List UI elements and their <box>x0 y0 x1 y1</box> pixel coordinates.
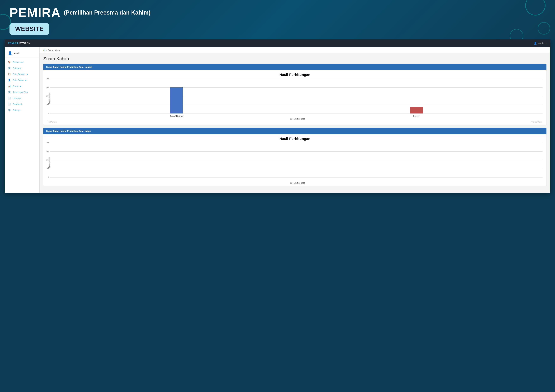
chart-1-footer-right: CanvasJS.com <box>531 121 542 123</box>
pemilih-badge: ◉ <box>27 73 28 75</box>
home-icon: 🏠 <box>8 61 11 64</box>
chart-1-header: Suara Calon Kahim Prodi Ilmu Adm. Negara <box>43 64 547 70</box>
chart-1-title: Hasil Perhitungan <box>47 73 543 77</box>
chart-2-body: Hasil Perhitungan Banyak Suara 400 <box>43 134 547 186</box>
sidebar-item-data-calon[interactable]: 👤 Data Calon ◉ <box>5 77 39 83</box>
chart-2-y-label: Banyak Suara <box>47 143 50 182</box>
sidebar-item-feedback[interactable]: 📄 Feedback <box>5 101 39 107</box>
page-header: Suara Kahim <box>40 53 550 64</box>
bar-bagas: Bagas Abimanyu <box>170 87 183 114</box>
sidebar-nav: 🏠 Dashboard ⚙️ Petugas 📋 Data Pemilih ◉ <box>5 59 39 113</box>
sidebar-user-icon: 👤 <box>8 51 12 55</box>
content-body: Suara Calon Kahim Prodi Ilmu Adm. Negara… <box>40 64 550 193</box>
page-title: Suara Kahim <box>43 56 547 61</box>
user-icon: 👤 <box>534 42 537 45</box>
bar-label-dummy: Dummy <box>413 115 419 117</box>
chart-card-1: Suara Calon Kahim Prodi Ilmu Adm. Negara… <box>43 64 547 125</box>
breadcrumb: 📊 / Suara Kahim <box>40 47 550 53</box>
sidebar-label-dashboard: Dashboard <box>13 61 23 63</box>
main-layout: 👤 admin 🏠 Dashboard ⚙️ Petugas <box>5 47 550 193</box>
sidebar-item-laporan[interactable]: 📄 Laporan <box>5 95 39 101</box>
calon-icon: 👤 <box>8 79 11 82</box>
suara-badge: ◉ <box>20 85 21 87</box>
sidebar-user: 👤 admin <box>5 49 39 58</box>
bar-label-bagas: Bagas Abimanyu <box>170 115 183 117</box>
sidebar-label-pemilih: Data Pemilih <box>13 73 25 75</box>
brand-system: SYSTEM <box>19 42 31 45</box>
brand-pemira: PEMIRA <box>8 42 19 45</box>
chart-2-x-label: Calon Kahim 2024 <box>52 182 543 184</box>
suara-icon: 📊 <box>8 85 11 88</box>
chart-1-bars: Bagas Abimanyu Dummy <box>50 79 543 114</box>
chart-1-body: Hasil Perhitungan Banyak Suara 400 <box>43 70 547 125</box>
chart-1-footer: Trial Version CanvasJS.com <box>47 121 543 123</box>
chart-1-footer-left: Trial Version <box>48 121 57 123</box>
sidebar-label-calon: Data Calon <box>13 79 24 81</box>
sidebar-username: admin <box>14 52 20 55</box>
chart-2-bars <box>50 143 543 178</box>
breadcrumb-separator: / <box>46 49 47 51</box>
sidebar-label-reset: Reset Hak Pilih <box>13 91 28 93</box>
calon-badge: ◉ <box>25 79 27 81</box>
app-window: PEMIRA SYSTEM 👤 admin ▼ 👤 admin 🏠 Dashbo… <box>5 39 550 193</box>
chart-2-header: Suara Calon Kahim Prodi Ilmu Adm. Niaga <box>43 128 547 134</box>
settings-icon: ⚙️ <box>8 109 11 112</box>
dropdown-arrow-icon: ▼ <box>545 42 547 45</box>
bar-group-1: Bagas Abimanyu <box>56 79 296 114</box>
sidebar-label-laporan: Laporan <box>13 97 21 100</box>
navbar: PEMIRA SYSTEM 👤 admin ▼ <box>5 39 550 47</box>
sidebar-item-settings[interactable]: ⚙️ Settings <box>5 107 39 113</box>
chart-2-plot: 400 300 200 <box>50 143 543 182</box>
pemilih-icon: 📋 <box>8 73 11 76</box>
sidebar-label-suara: Suara <box>13 85 18 87</box>
feedback-icon: 📄 <box>8 103 11 106</box>
sidebar-item-petugas[interactable]: ⚙️ Petugas <box>5 65 39 71</box>
hero-section: PEMIRA (Pemilihan Preesma dan Kahim) WEB… <box>0 0 555 39</box>
sidebar-label-feedback: Feedback <box>13 103 22 106</box>
chart-1-y-label: Banyak Suara <box>47 79 50 118</box>
chart-2-title: Hasil Perhitungan <box>47 137 543 141</box>
hero-title-sub: (Pemilihan Preesma dan Kahim) <box>64 10 150 15</box>
sidebar-item-suara[interactable]: 📊 Suara ◉ <box>5 83 39 89</box>
bar-dummy: Dummy <box>410 107 423 114</box>
breadcrumb-home-icon: 📊 <box>43 49 45 51</box>
hero-title-main: PEMIRA <box>9 6 61 19</box>
reset-icon: ⚙️ <box>8 91 11 93</box>
sidebar: 👤 admin 🏠 Dashboard ⚙️ Petugas <box>5 47 40 193</box>
chart-2-inner: Banyak Suara 400 300 <box>47 143 543 182</box>
breadcrumb-current: Suara Kahim <box>48 49 60 51</box>
sidebar-item-dashboard[interactable]: 🏠 Dashboard <box>5 59 39 65</box>
navbar-user-menu[interactable]: 👤 admin ▼ <box>534 42 547 45</box>
hero-title-group: PEMIRA (Pemilihan Preesma dan Kahim) <box>9 6 546 19</box>
laporan-icon: 📄 <box>8 97 11 100</box>
bar-group-2: Dummy <box>296 79 536 114</box>
sidebar-item-data-pemilih[interactable]: 📋 Data Pemilih ◉ <box>5 71 39 77</box>
chart-1-x-label: Calon Kahim 2024 <box>52 118 543 120</box>
petugas-icon: ⚙️ <box>8 67 11 70</box>
navbar-username: admin <box>538 42 544 45</box>
chart-1-inner: Banyak Suara 400 300 <box>47 79 543 118</box>
navbar-brand: PEMIRA SYSTEM <box>8 42 31 45</box>
chart-1-plot: 400 300 200 <box>50 79 543 118</box>
chart-card-2: Suara Calon Kahim Prodi Ilmu Adm. Niaga … <box>43 128 547 186</box>
chart-2-area: Banyak Suara 400 300 <box>47 143 543 184</box>
sidebar-label-petugas: Petugas <box>13 67 21 69</box>
sidebar-item-reset[interactable]: ⚙️ Reset Hak Pilih <box>5 89 39 95</box>
hero-badge: WEBSITE <box>9 23 49 35</box>
chart-1-area: Banyak Suara 400 300 <box>47 79 543 120</box>
main-content: 📊 / Suara Kahim Suara Kahim Suara Calon … <box>40 47 550 193</box>
sidebar-label-settings: Settings <box>13 109 21 111</box>
